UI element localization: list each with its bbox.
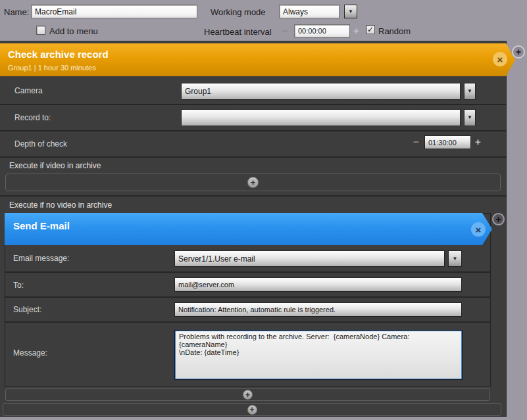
- email-message-select[interactable]: Server1/1.User e-mail: [174, 250, 445, 267]
- send-email-header[interactable]: Send E-mail ×: [5, 213, 492, 245]
- check-archive-subtitle: Group1 | 1 hour 30 minutes: [8, 64, 96, 72]
- send-email-title: Send E-mail: [13, 220, 70, 231]
- depth-of-check-label: Depth of check: [14, 139, 67, 149]
- working-mode-label: Working mode: [211, 7, 266, 17]
- execute-if-no-video-label: Execute if no video in archive: [9, 200, 112, 210]
- subject-label: Subject:: [13, 305, 41, 314]
- row-separator: [0, 156, 507, 158]
- working-mode-select[interactable]: Always: [279, 5, 339, 18]
- plus-icon: +: [245, 391, 250, 399]
- plus-icon: +: [495, 215, 501, 224]
- email-message-arrow-button[interactable]: ▼: [448, 250, 462, 267]
- message-label: Message:: [13, 348, 47, 358]
- add-to-menu-label: Add to menu: [49, 26, 98, 36]
- dropdown-arrow-icon: ▼: [348, 9, 353, 14]
- email-section-add-area: +: [5, 388, 490, 401]
- execute-if-video-label: Execute if video in archive: [9, 161, 101, 170]
- subject-input[interactable]: [174, 302, 462, 317]
- row-separator: [5, 271, 490, 273]
- name-label: Name:: [4, 7, 29, 17]
- working-mode-arrow-button[interactable]: ▼: [344, 5, 357, 18]
- heartbeat-interval-label: Heartbeat interval: [204, 27, 272, 37]
- plus-icon: +: [251, 178, 256, 187]
- add-action-button-email[interactable]: +: [492, 213, 505, 225]
- random-checkbox[interactable]: ✓: [366, 25, 375, 34]
- heartbeat-increment-button[interactable]: +: [353, 26, 359, 35]
- heartbeat-decrement-button[interactable]: −: [282, 26, 288, 35]
- check-archive-record-header[interactable]: Check archive record Group1 | 1 hour 30 …: [0, 43, 515, 76]
- add-action-button[interactable]: +: [247, 177, 259, 188]
- add-trigger-button[interactable]: +: [512, 45, 525, 58]
- record-to-label: Record to:: [14, 113, 51, 122]
- record-to-select[interactable]: [181, 109, 461, 126]
- check-archive-close-button[interactable]: ×: [493, 52, 507, 66]
- row-separator: [0, 195, 507, 197]
- close-icon: ×: [476, 224, 482, 235]
- dropdown-arrow-icon: ▼: [467, 115, 472, 120]
- add-action-button[interactable]: +: [247, 405, 257, 415]
- macro-add-area: +: [3, 403, 501, 416]
- add-to-menu-checkbox[interactable]: [36, 26, 45, 35]
- message-textarea[interactable]: Problems with recording to the archive. …: [175, 331, 462, 379]
- name-input[interactable]: [31, 5, 197, 18]
- depth-decrement-button[interactable]: −: [413, 137, 419, 147]
- to-label: To:: [13, 281, 24, 290]
- dropdown-arrow-icon: ▼: [467, 89, 472, 94]
- camera-arrow-button[interactable]: ▼: [464, 83, 476, 100]
- plus-icon: +: [516, 47, 521, 57]
- depth-increment-button[interactable]: +: [475, 137, 481, 147]
- to-input[interactable]: [174, 277, 462, 292]
- record-to-arrow-button[interactable]: ▼: [464, 109, 476, 126]
- send-email-close-button[interactable]: ×: [471, 222, 486, 237]
- row-separator: [5, 296, 490, 298]
- row-separator: [5, 321, 490, 323]
- execute-if-video-add-area: +: [5, 174, 501, 191]
- close-icon: ×: [497, 54, 503, 65]
- add-action-button[interactable]: +: [243, 390, 253, 400]
- depth-of-check-input[interactable]: [424, 135, 471, 149]
- random-label: Random: [378, 26, 411, 36]
- row-separator: [0, 104, 507, 105]
- camera-select[interactable]: Group1: [181, 83, 461, 100]
- checkmark-icon: ✓: [367, 26, 374, 34]
- dropdown-arrow-icon: ▼: [453, 256, 458, 262]
- check-archive-title: Check archive record: [8, 49, 109, 60]
- camera-label: Camera: [14, 86, 43, 95]
- email-message-label: Email message:: [13, 254, 69, 263]
- heartbeat-input[interactable]: [294, 24, 350, 37]
- plus-icon: +: [249, 406, 254, 413]
- row-separator: [0, 130, 507, 131]
